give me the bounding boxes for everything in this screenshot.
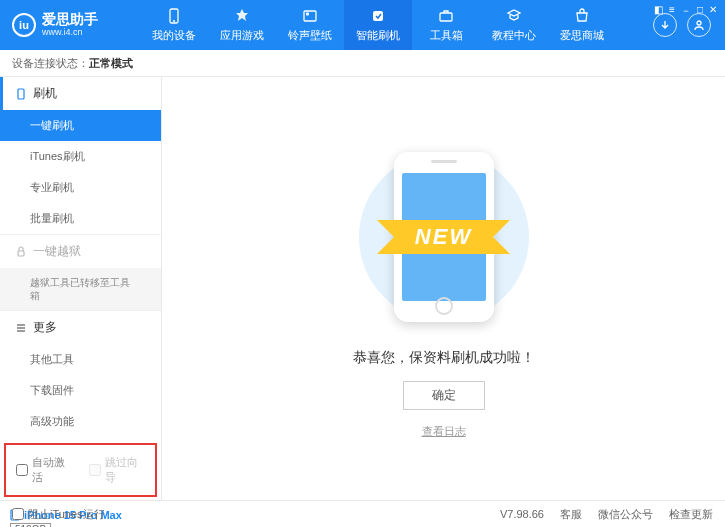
sidebar: 刷机 一键刷机 iTunes刷机 专业刷机 批量刷机 一键越狱 越狱工具已转移至… <box>0 77 162 500</box>
top-nav: 我的设备 应用游戏 铃声壁纸 智能刷机 工具箱 教程中心 爱思商城 <box>140 0 639 50</box>
phone-icon <box>15 88 27 100</box>
theme-icon[interactable]: ◧ <box>654 4 663 18</box>
nav-label: 我的设备 <box>152 28 196 43</box>
nav-label: 教程中心 <box>492 28 536 43</box>
svg-rect-7 <box>18 89 24 99</box>
auto-activate-checkbox[interactable]: 自动激活 <box>16 455 73 485</box>
sidebar-item-advanced[interactable]: 高级功能 <box>0 406 161 437</box>
apps-icon <box>233 7 251 25</box>
nav-toolbox[interactable]: 工具箱 <box>412 0 480 50</box>
nav-label: 应用游戏 <box>220 28 264 43</box>
sidebar-item-other[interactable]: 其他工具 <box>0 344 161 375</box>
app-name: 爱思助手 <box>42 12 98 27</box>
footer-link-support[interactable]: 客服 <box>560 507 582 522</box>
status-value: 正常模式 <box>89 56 133 71</box>
toolbox-icon <box>437 7 455 25</box>
content-area: NEW 恭喜您，保资料刷机成功啦！ 确定 查看日志 <box>162 77 725 500</box>
skip-guide-checkbox[interactable]: 跳过向导 <box>89 455 146 485</box>
view-log-link[interactable]: 查看日志 <box>422 424 466 439</box>
header: iu 爱思助手 www.i4.cn 我的设备 应用游戏 铃声壁纸 智能刷机 工具… <box>0 0 725 50</box>
nav-ringtones[interactable]: 铃声壁纸 <box>276 0 344 50</box>
nav-label: 智能刷机 <box>356 28 400 43</box>
nav-store[interactable]: 爱思商城 <box>548 0 616 50</box>
store-icon <box>573 7 591 25</box>
sidebar-item-pro[interactable]: 专业刷机 <box>0 172 161 203</box>
svg-rect-4 <box>373 11 383 21</box>
sidebar-item-download[interactable]: 下载固件 <box>0 375 161 406</box>
storage-badge: 512GB <box>10 523 51 527</box>
block-itunes-checkbox[interactable]: 阻止iTunes运行 <box>12 507 105 522</box>
menu-icon[interactable]: ≡ <box>669 4 675 18</box>
nav-tutorials[interactable]: 教程中心 <box>480 0 548 50</box>
wallpaper-icon <box>301 7 319 25</box>
sidebar-group-more[interactable]: 更多 <box>0 311 161 344</box>
group-label: 刷机 <box>33 85 57 102</box>
app-url: www.i4.cn <box>42 28 98 38</box>
sidebar-jailbreak-note: 越狱工具已转移至工具箱 <box>0 268 161 310</box>
nav-flash[interactable]: 智能刷机 <box>344 0 412 50</box>
svg-rect-8 <box>18 251 24 256</box>
cb-label: 自动激活 <box>32 455 73 485</box>
maximize-icon[interactable]: □ <box>697 4 703 18</box>
group-label: 一键越狱 <box>33 243 81 260</box>
lock-icon <box>15 246 27 258</box>
flash-icon <box>369 7 387 25</box>
close-icon[interactable]: ✕ <box>709 4 717 18</box>
nav-label: 铃声壁纸 <box>288 28 332 43</box>
status-bar: 设备连接状态： 正常模式 <box>0 50 725 77</box>
svg-point-6 <box>697 21 701 25</box>
minimize-icon[interactable]: － <box>681 4 691 18</box>
group-label: 更多 <box>33 319 57 336</box>
svg-rect-2 <box>304 11 316 21</box>
version-label: V7.98.66 <box>500 508 544 520</box>
footer-link-wechat[interactable]: 微信公众号 <box>598 507 653 522</box>
sidebar-item-batch[interactable]: 批量刷机 <box>0 203 161 234</box>
nav-apps[interactable]: 应用游戏 <box>208 0 276 50</box>
status-label: 设备连接状态： <box>12 56 89 71</box>
options-row: 自动激活 跳过向导 <box>4 443 157 497</box>
device-icon <box>165 7 183 25</box>
tutorial-icon <box>505 7 523 25</box>
phone-illustration: NEW <box>334 139 554 335</box>
footer-link-update[interactable]: 检查更新 <box>669 507 713 522</box>
cb-label: 跳过向导 <box>105 455 146 485</box>
new-banner: NEW <box>397 220 490 254</box>
window-controls: ◧ ≡ － □ ✕ <box>654 4 717 18</box>
cb-label: 阻止iTunes运行 <box>28 507 105 522</box>
ok-button[interactable]: 确定 <box>403 381 485 410</box>
menu-icon <box>15 322 27 334</box>
success-message: 恭喜您，保资料刷机成功啦！ <box>353 349 535 367</box>
nav-label: 工具箱 <box>430 28 463 43</box>
logo-area: iu 爱思助手 www.i4.cn <box>0 12 140 37</box>
svg-rect-5 <box>440 13 452 21</box>
logo-icon: iu <box>12 13 36 37</box>
sidebar-item-oneclick[interactable]: 一键刷机 <box>0 110 161 141</box>
nav-label: 爱思商城 <box>560 28 604 43</box>
nav-my-device[interactable]: 我的设备 <box>140 0 208 50</box>
sidebar-group-flash[interactable]: 刷机 <box>0 77 161 110</box>
sidebar-item-itunes[interactable]: iTunes刷机 <box>0 141 161 172</box>
svg-point-3 <box>307 13 309 15</box>
sidebar-group-jailbreak: 一键越狱 <box>0 235 161 268</box>
